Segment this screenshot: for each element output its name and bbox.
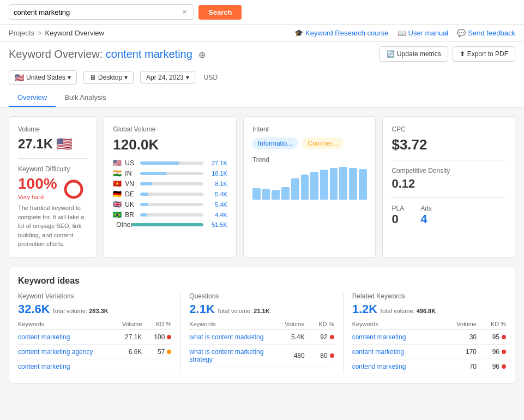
kd-indicator-dot — [502, 350, 506, 354]
country-flag: 🇻🇳 — [113, 179, 122, 188]
country-row: 🇻🇳 VN 8.1K — [113, 179, 227, 188]
keyword-link[interactable]: content marketing — [18, 363, 107, 370]
country-value: 8.1K — [207, 181, 227, 187]
bar-fill — [140, 203, 148, 206]
kd-label: Keyword Difficulty — [18, 165, 88, 173]
add-keyword-icon[interactable]: ⊕ — [198, 50, 206, 59]
trend-bar — [301, 175, 309, 200]
breadcrumb: Projects > Keyword Overview — [9, 29, 104, 37]
ideas-count: 2.1K — [189, 302, 214, 316]
trend-bar — [330, 168, 338, 200]
tab-overview[interactable]: Overview — [9, 89, 56, 107]
bar-background — [140, 172, 203, 175]
country-code: UK — [125, 201, 137, 208]
pla-label: PLA — [392, 205, 404, 212]
country-row: 🇮🇳 IN 18.1K — [113, 169, 227, 177]
pla-value: 0 — [392, 212, 404, 226]
bar-background — [140, 193, 203, 196]
ideas-col-variations: Keyword Variations 32.6K Total volume: 2… — [18, 292, 180, 374]
ideas-table-header: Keywords Volume KD % — [352, 316, 506, 330]
tab-bulk-analysis[interactable]: Bulk Analysis — [56, 89, 115, 107]
page-title-prefix: Keyword Overview: — [9, 48, 103, 60]
search-wrapper: × — [9, 4, 194, 20]
country-code: Other — [116, 221, 128, 229]
country-flag: 🇩🇪 — [113, 190, 122, 198]
send-feedback-link[interactable]: 💬 Send feedback — [457, 29, 515, 37]
export-pdf-button[interactable]: ⬆ Export to PDF — [453, 46, 515, 62]
country-flag-icon: 🇺🇸 — [15, 73, 24, 82]
ideas-count-row: 32.6K Total volume: 283.3K — [18, 302, 171, 316]
keyword-link[interactable]: comtent marketing — [352, 333, 442, 341]
bar-background — [140, 182, 203, 185]
bar-fill — [140, 213, 147, 217]
breadcrumb-projects[interactable]: Projects — [9, 29, 34, 37]
kd-badge: Very hard — [18, 194, 44, 200]
ideas-table-header: Keywords Volume KD % — [18, 316, 171, 330]
ideas-table-row: what is content marketing strategy 480 8… — [189, 345, 334, 367]
keyword-link[interactable]: content marketing — [18, 333, 107, 341]
date-filter[interactable]: Apr 24, 2023 ▾ — [140, 71, 195, 84]
country-value: 5.4K — [207, 201, 227, 208]
search-clear-icon[interactable]: × — [182, 7, 187, 17]
search-input[interactable] — [14, 8, 182, 16]
breadcrumb-separator: > — [38, 29, 42, 37]
volume-kd-card: Volume 27.1K 🇺🇸 Keyword Difficulty 100% … — [9, 116, 97, 258]
country-code: US — [125, 159, 137, 167]
trend-bar — [320, 170, 328, 200]
ideas-count-row: 2.1K Total volume: 21.1K — [189, 302, 334, 316]
tabs: Overview Bulk Analysis — [9, 89, 515, 107]
keyword-course-link[interactable]: 🎓 Keyword Research course — [294, 29, 388, 37]
device-filter[interactable]: 🖥 Desktop ▾ — [83, 71, 134, 84]
ideas-total: Total volume: 283.3K — [52, 308, 108, 314]
keyword-link[interactable]: what is content marketing strategy — [189, 348, 269, 363]
country-filter[interactable]: 🇺🇸 United States ▾ — [9, 70, 77, 85]
update-metrics-button[interactable]: 🔄 Update metrics — [380, 46, 448, 62]
keyword-volume: 70 — [444, 363, 477, 370]
user-manual-link[interactable]: 📖 User manual — [397, 29, 449, 37]
search-button[interactable]: Search — [198, 5, 242, 20]
ideas-col-questions: Questions 2.1K Total volume: 21.1K Keywo… — [180, 292, 343, 374]
page-title: Keyword Overview: content marketing ⊕ — [9, 48, 206, 61]
bar-fill — [140, 182, 152, 185]
trend-chart — [252, 167, 367, 200]
trend-bar — [359, 169, 367, 200]
keyword-volume: 480 — [272, 352, 305, 359]
bar-background — [140, 161, 203, 165]
cpc-label: CPC — [392, 125, 506, 133]
trend-bar — [262, 189, 270, 200]
keyword-link[interactable]: contend marketing — [352, 363, 442, 370]
page-header: Keyword Overview: content marketing ⊕ 🔄 … — [0, 42, 524, 107]
page-keyword-text: content marketing — [106, 48, 192, 60]
competitive-density-label: Competitive Density — [392, 167, 506, 175]
country-value: 4.4K — [207, 212, 227, 218]
keyword-ideas-grid: Keyword Variations 32.6K Total volume: 2… — [18, 292, 506, 374]
keyword-ideas-title: Keyword ideas — [18, 276, 506, 286]
cpc-value: $3.72 — [392, 136, 506, 153]
keyword-link[interactable]: contant marketing — [352, 348, 442, 356]
ideas-section-title: Questions — [189, 292, 334, 300]
refresh-icon: 🔄 — [387, 50, 395, 58]
trend-bar — [252, 188, 261, 200]
trend-bar — [310, 172, 318, 200]
svg-point-1 — [65, 181, 82, 197]
chevron-down-icon: ▾ — [68, 74, 71, 81]
kd-indicator-dot — [330, 353, 334, 358]
keyword-link[interactable]: content marketing agency — [18, 348, 107, 356]
keyword-kd: 100 — [144, 333, 171, 341]
keyword-link[interactable]: what is content marketing — [189, 333, 269, 341]
top-search-bar: × Search — [0, 0, 524, 25]
ideas-col-related: Related Keywords 1.2K Total volume: 496.… — [344, 292, 506, 374]
breadcrumb-current: Keyword Overview — [45, 29, 104, 37]
keyword-ideas-card: Keyword ideas Keyword Variations 32.6K T… — [9, 267, 515, 383]
bar-background — [140, 203, 203, 206]
chevron-down-icon-3: ▾ — [186, 74, 189, 81]
country-flag: 🇺🇸 — [113, 159, 122, 167]
kd-indicator-dot — [167, 335, 171, 339]
trend-bar — [291, 178, 299, 200]
chevron-down-icon-2: ▾ — [124, 74, 128, 81]
bar-fill — [140, 172, 167, 175]
global-volume-label: Global Volume — [113, 125, 227, 133]
kd-description: The hardest keyword to compete for. It w… — [18, 203, 88, 249]
global-volume-value: 120.0K — [113, 136, 227, 153]
intent-badges: Informatio... Commer... — [252, 137, 367, 149]
